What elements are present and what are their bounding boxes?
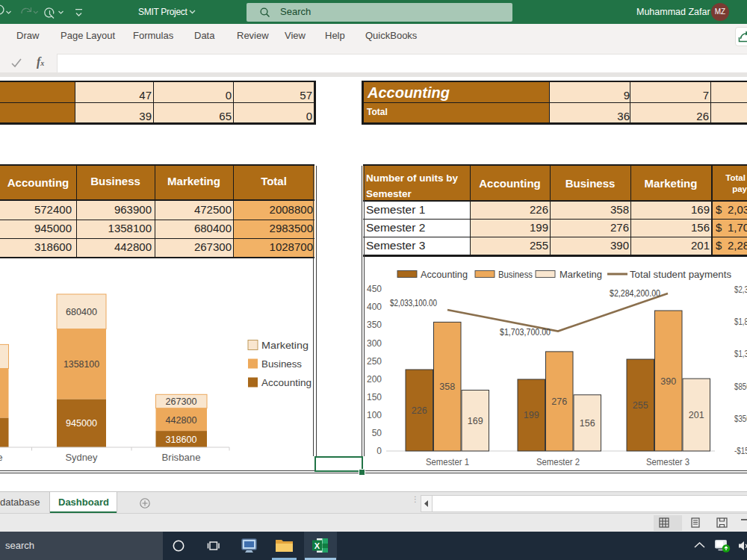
svg-text:Total student payments: Total student payments xyxy=(630,270,731,280)
svg-text:Semester 2: Semester 2 xyxy=(536,456,580,467)
svg-text:390: 390 xyxy=(660,376,676,387)
svg-text:$2,350,000.00: $2,350,000.00 xyxy=(734,284,747,295)
svg-text:$350,000.00: $350,000.00 xyxy=(734,414,747,424)
svg-text:Melbourne: Melbourne xyxy=(0,452,3,463)
svg-text:199: 199 xyxy=(524,410,539,420)
svg-text:Accounting: Accounting xyxy=(421,270,468,280)
svg-text:150: 150 xyxy=(367,392,382,402)
svg-text:$1,703,700.00: $1,703,700.00 xyxy=(500,327,551,337)
svg-text:X: X xyxy=(314,541,320,550)
svg-text:Accounting: Accounting xyxy=(261,377,311,388)
svg-text:Business: Business xyxy=(498,270,533,280)
svg-text:$2,284,200.00: $2,284,200.00 xyxy=(610,288,660,299)
svg-text:50: 50 xyxy=(372,428,382,438)
svg-text:255: 255 xyxy=(633,400,648,411)
svg-text:442800: 442800 xyxy=(166,414,197,426)
svg-text:201: 201 xyxy=(689,410,704,420)
svg-text:Marketing: Marketing xyxy=(261,340,309,351)
svg-text:Sydney: Sydney xyxy=(66,452,98,463)
svg-text:Semester 1: Semester 1 xyxy=(426,456,469,467)
svg-text:226: 226 xyxy=(412,405,427,416)
svg-text:$850,000.00: $850,000.00 xyxy=(734,382,747,392)
svg-text:450: 450 xyxy=(367,284,382,294)
svg-text:Semester 3: Semester 3 xyxy=(646,456,689,467)
svg-text:$1,850,000.00: $1,850,000.00 xyxy=(734,317,747,327)
svg-text:$2,033,100.00: $2,033,100.00 xyxy=(390,298,437,308)
svg-text:0: 0 xyxy=(376,446,382,456)
svg-text:358: 358 xyxy=(439,382,455,392)
svg-text:250: 250 xyxy=(367,356,382,367)
svg-text:Business: Business xyxy=(261,358,302,370)
svg-text:156: 156 xyxy=(580,418,595,429)
svg-text:276: 276 xyxy=(551,396,567,407)
svg-text:350: 350 xyxy=(367,320,382,330)
svg-text:267300: 267300 xyxy=(166,396,197,407)
svg-text:-$150,000.00: -$150,000.00 xyxy=(734,446,747,456)
svg-text:Brisbane: Brisbane xyxy=(162,452,201,463)
svg-text:Marketing: Marketing xyxy=(560,270,602,280)
svg-text:945000: 945000 xyxy=(66,417,97,429)
svg-text:318600: 318600 xyxy=(166,434,197,445)
svg-text:169: 169 xyxy=(468,416,483,426)
svg-text:100: 100 xyxy=(367,410,382,420)
svg-text:$1,350,000.00: $1,350,000.00 xyxy=(734,349,747,359)
svg-text:1358100: 1358100 xyxy=(63,358,99,370)
svg-text:680400: 680400 xyxy=(66,306,97,317)
svg-text:400: 400 xyxy=(367,302,382,312)
svg-text:300: 300 xyxy=(367,338,382,349)
svg-text:200: 200 xyxy=(367,374,382,385)
